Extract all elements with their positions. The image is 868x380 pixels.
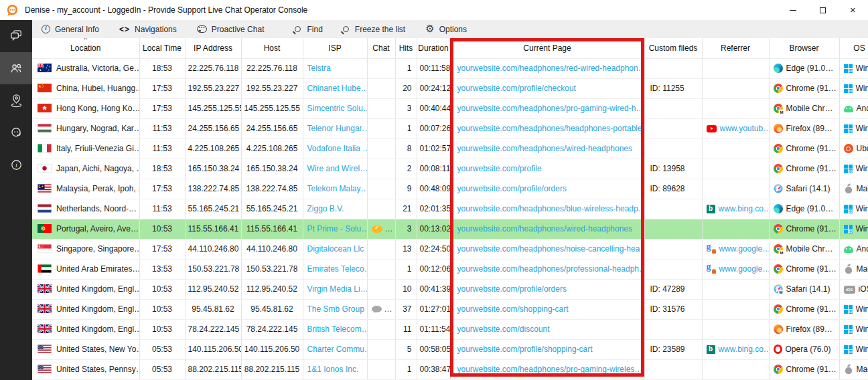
visitor-browser: Firefox (89… <box>769 319 839 339</box>
visitor-hits: 2 <box>395 159 417 179</box>
browser-label: Opera (76.0) <box>786 345 831 354</box>
visitor-location: United Kingdom, Engl… <box>56 304 139 314</box>
sidebar-item-operators[interactable] <box>0 116 32 149</box>
visitor-isp-link[interactable]: Vodafone Italia … <box>307 144 368 153</box>
referrer-link[interactable]: www.youtub… <box>720 124 770 133</box>
proactive-chat-button[interactable]: Proactive Chat <box>197 25 265 34</box>
visitor-isp-link[interactable]: Simcentric Solu… <box>307 104 368 113</box>
edge-icon <box>774 204 783 213</box>
visitor-current-page-link[interactable]: yourwebsite.com/profile <box>457 164 542 173</box>
visitor-row[interactable]: United Kingdom, Engl… 10:53 78.24.222.14… <box>32 319 868 339</box>
visitor-isp-link[interactable]: Telstra <box>307 64 331 73</box>
visitor-row[interactable]: Portugal, Aveiro, Ave… 10:53 115.55.166.… <box>32 219 868 239</box>
visitor-row[interactable]: United Arab Emirates… 13:53 150.53.221.7… <box>32 259 868 279</box>
general-info-button[interactable]: General Info <box>42 25 99 34</box>
referrer-link[interactable]: www.bing.co… <box>719 204 770 213</box>
visitor-row[interactable]: Hong Kong, Hong Ko… 17:53 145.255.125.55… <box>32 98 868 118</box>
sidebar-item-geo-map[interactable] <box>0 84 32 116</box>
sidebar-item-chats[interactable] <box>0 20 32 52</box>
ubuntu-icon <box>844 144 853 153</box>
visitor-duration: 00:11:58 <box>417 58 450 78</box>
visitor-isp-link[interactable]: The Smb Group <box>307 304 364 314</box>
freeze-list-button[interactable]: Freeze the list <box>343 25 405 34</box>
options-button[interactable]: Options <box>425 24 467 34</box>
visitor-current-page-link[interactable]: yourwebsite.com/headphones/noise-cancell… <box>457 244 645 254</box>
column-header-location[interactable]: ^ Location <box>32 38 139 58</box>
visitor-browser: Chrome (91… <box>769 138 839 159</box>
close-button[interactable]: × <box>838 0 868 20</box>
chrome-icon <box>774 144 783 153</box>
visitor-isp-link[interactable]: Emirates Teleco… <box>307 264 368 274</box>
navigations-button[interactable]: Navigations <box>119 25 177 34</box>
chrome-icon <box>774 164 783 173</box>
visitor-isp-link[interactable]: Chinanet Hube… <box>307 84 368 93</box>
visitor-row[interactable]: Malaysia, Perak, Ipoh, … 17:53 138.222.7… <box>32 179 868 199</box>
visitor-current-page-link[interactable]: yourwebsite.com/headphones/wired-headpho… <box>457 144 633 153</box>
referrer-link[interactable]: www.google… <box>719 244 770 254</box>
referrer-link[interactable]: www.google… <box>719 264 770 274</box>
visitor-referrer: www.google… <box>702 239 769 259</box>
column-header-host[interactable]: Host <box>241 38 303 58</box>
visitor-isp-link[interactable]: Pt Prime - Solu… <box>307 224 368 233</box>
column-header-browser[interactable]: Browser <box>769 38 839 58</box>
visitor-row[interactable]: Australia, Victoria, Ge… 18:53 22.225.76… <box>32 58 868 78</box>
visitor-os: Mac <box>839 259 868 279</box>
column-header-isp[interactable]: ISP <box>303 38 367 58</box>
column-header-custom-fields[interactable]: Custom fileds <box>644 38 702 58</box>
browser-label: Firefox (89… <box>786 124 833 133</box>
visitor-location: Hungary, Nograd, Kar… <box>56 124 139 133</box>
visitor-current-page-link[interactable]: yourwebsite.com/profile/shopping-cart <box>457 345 593 354</box>
visitor-referrer: www.youtub… <box>702 118 769 138</box>
visitor-isp-link[interactable]: Wire and Wirel… <box>307 164 368 173</box>
visitor-isp-link[interactable]: Digitalocean Llc <box>307 244 364 254</box>
visitor-os: Win <box>839 118 868 138</box>
find-button[interactable]: Find <box>295 25 322 34</box>
visitor-local-time: 18:53 <box>139 159 185 179</box>
visitor-isp-link[interactable]: Telenor Hungar… <box>307 124 368 133</box>
geo-location-icon <box>9 93 24 108</box>
visitor-row[interactable]: United Kingdom, Engl… 10:53 95.45.81.62 … <box>32 299 868 319</box>
windows10-icon <box>844 64 853 73</box>
visitor-current-page-link[interactable]: yourwebsite.com/discount <box>457 324 550 334</box>
visitor-current-page-link[interactable]: yourwebsite.com/headphones/blue-wireless… <box>457 204 645 213</box>
visitor-current-page-link[interactable]: yourwebsite.com/headphones/red-wired-hea… <box>457 64 645 73</box>
column-header-referrer[interactable]: Referrer <box>702 38 769 58</box>
visitor-isp-link[interactable]: 1&1 Ionos Inc. <box>307 365 359 374</box>
visitor-row[interactable]: Singapore, Singapore… 17:53 44.110.246.8… <box>32 239 868 259</box>
column-header-ip-address[interactable]: IP Address <box>185 38 241 58</box>
sidebar-item-visitors[interactable] <box>0 52 32 84</box>
visitor-current-page-link[interactable]: yourwebsite.com/profile/checkout <box>457 84 576 93</box>
us-flag-icon <box>38 345 52 353</box>
referrer-link[interactable]: www.bing.co… <box>719 345 770 354</box>
visitor-isp-link[interactable]: Virgin Media Li… <box>307 284 368 294</box>
visitor-row[interactable]: United States, New Yo… 05:53 140.115.206… <box>32 339 868 359</box>
visitor-current-page-link[interactable]: yourwebsite.com/headphones/headphones-po… <box>457 124 642 133</box>
visitor-current-page-link[interactable]: yourwebsite.com/headphones/pro-gaming-wi… <box>457 104 644 113</box>
column-header-hits[interactable]: Hits <box>395 38 417 58</box>
column-header-duration[interactable]: Duration <box>417 38 450 58</box>
visitor-row[interactable]: Hungary, Nograd, Kar… 11:53 24.255.156.6… <box>32 118 868 138</box>
visitor-current-page-link[interactable]: yourwebsite.com/headphones/wired-headpho… <box>457 224 633 233</box>
column-header-chat[interactable]: Chat <box>367 38 395 58</box>
maximize-button[interactable] <box>808 0 838 20</box>
visitor-current-page-link[interactable]: yourwebsite.com/headphones/pro-gaming-wi… <box>457 365 643 374</box>
visitor-row[interactable]: Japan, Aichi, Nagoya, … 18:53 165.150.38… <box>32 159 868 179</box>
visitor-row[interactable]: China, Hubei, Huangg… 17:53 192.55.23.22… <box>32 78 868 98</box>
visitor-isp-link[interactable]: Charter Commu… <box>307 345 368 354</box>
visitor-row[interactable]: Netherlands, Noord-… 11:53 55.165.245.21… <box>32 199 868 219</box>
minimize-button[interactable] <box>778 0 808 20</box>
visitor-isp-link[interactable]: Telekom Malay… <box>307 184 368 193</box>
visitor-isp-link[interactable]: British Telecom… <box>307 324 368 334</box>
visitor-isp-link[interactable]: Ziggo B.V. <box>307 204 344 213</box>
visitor-row[interactable]: Italy, Friuli-Venezia Gi… 11:53 4.225.10… <box>32 138 868 159</box>
visitor-current-page-link[interactable]: yourwebsite.com/shopping-cart <box>457 304 569 314</box>
column-header-local-time[interactable]: Local Time <box>139 38 185 58</box>
visitor-current-page-link[interactable]: yourwebsite.com/headphones/professional-… <box>457 264 645 274</box>
visitor-current-page-link[interactable]: yourwebsite.com/profile/orders <box>457 184 567 193</box>
visitor-current-page-link[interactable]: yourwebsite.com/profile/orders <box>457 284 567 294</box>
visitor-row[interactable]: United States, Pennsy… 05:53 88.202.215.… <box>32 359 868 379</box>
column-header-os[interactable]: OS <box>839 38 868 58</box>
column-header-current-page[interactable]: Current Page <box>450 38 644 58</box>
sidebar-item-info[interactable]: i <box>0 149 32 181</box>
visitor-row[interactable]: United Kingdom, Engl… 10:53 112.95.240.5… <box>32 279 868 299</box>
